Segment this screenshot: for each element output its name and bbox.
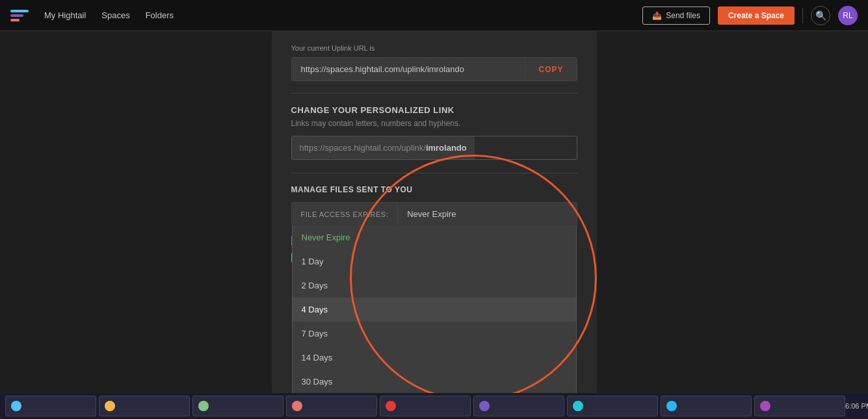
dropdown-item-14days[interactable]: 14 Days xyxy=(293,346,576,370)
current-url-label: Your current Uplink URL is xyxy=(291,44,577,52)
nav-spaces[interactable]: Spaces xyxy=(101,10,129,20)
dropdown-item-30days[interactable]: 30 Days xyxy=(293,370,576,394)
taskbar: 6:06 PM xyxy=(0,393,868,419)
taskbar-item-1[interactable] xyxy=(5,396,96,416)
link-prefix-text: https://spaces.hightail.com/uplink/imrol… xyxy=(292,136,475,159)
change-link-subtitle: Links may contain letters, numbers and h… xyxy=(291,119,577,128)
nav-my-hightail[interactable]: My Hightail xyxy=(44,10,86,20)
send-files-button[interactable]: 📤 Send files xyxy=(642,6,710,25)
nav-right-group: 📤 Send files Create a Space 🔍 RL xyxy=(642,6,858,25)
uplink-url-row: COPY xyxy=(291,57,577,81)
taskbar-item-8[interactable] xyxy=(661,396,752,416)
logo-icon xyxy=(10,10,29,21)
copy-button[interactable]: COPY xyxy=(525,58,576,81)
taskbar-item-6[interactable] xyxy=(473,396,564,416)
file-access-value[interactable]: Never Expire xyxy=(398,203,576,225)
dropdown-item-never-expire[interactable]: Never Expire xyxy=(293,225,576,249)
taskbar-dot-2 xyxy=(105,401,115,411)
nav-folders[interactable]: Folders xyxy=(146,10,174,20)
taskbar-item-4[interactable] xyxy=(286,396,377,416)
taskbar-dot-3 xyxy=(198,401,209,411)
taskbar-item-9[interactable] xyxy=(754,396,845,416)
dropdown-item-2days[interactable]: 2 Days xyxy=(293,273,576,298)
section-divider-2 xyxy=(291,173,577,173)
change-link-title: CHANGE YOUR PERSONALIZED LINK xyxy=(291,105,577,115)
avatar[interactable]: RL xyxy=(838,6,858,25)
create-space-button[interactable]: Create a Space xyxy=(718,6,795,25)
taskbar-app-items xyxy=(5,396,845,416)
dropdown-item-7days[interactable]: 7 Days xyxy=(293,322,576,346)
taskbar-dot-6 xyxy=(479,401,490,411)
personalized-link-row: https://spaces.hightail.com/uplink/imrol… xyxy=(291,136,577,160)
section-divider-1 xyxy=(291,93,577,94)
taskbar-dot-4 xyxy=(292,401,302,411)
nav-divider xyxy=(802,8,803,23)
dropdown-item-1day[interactable]: 1 Day xyxy=(293,249,576,273)
send-files-label: Send files xyxy=(666,11,700,20)
file-access-label: FILE ACCESS EXPIRES: xyxy=(292,204,399,225)
taskbar-dot-1 xyxy=(11,401,21,411)
uplink-url-input[interactable] xyxy=(292,58,525,81)
link-slug-value: imrolando xyxy=(426,143,467,153)
link-prefix-value: https://spaces.hightail.com/uplink/ xyxy=(300,143,426,153)
taskbar-item-7[interactable] xyxy=(567,396,658,416)
taskbar-dot-7 xyxy=(573,401,583,411)
file-access-expires-row: FILE ACCESS EXPIRES: Never Expire Never … xyxy=(291,202,577,226)
taskbar-dot-8 xyxy=(666,401,677,411)
main-content: Your current Uplink URL is COPY CHANGE Y… xyxy=(272,31,597,419)
taskbar-item-2[interactable] xyxy=(99,396,190,416)
taskbar-item-5[interactable] xyxy=(380,396,471,416)
search-icon[interactable]: 🔍 xyxy=(811,6,830,25)
manage-files-title: MANAGE FILES SENT TO YOU xyxy=(291,185,577,194)
expiry-dropdown: Never Expire 1 Day 2 Days 4 Days 7 Days … xyxy=(292,225,577,419)
taskbar-dot-9 xyxy=(760,401,770,411)
logo[interactable] xyxy=(10,10,29,21)
upload-icon: 📤 xyxy=(652,11,662,20)
system-clock: 6:06 PM xyxy=(845,402,868,410)
dropdown-item-4days[interactable]: 4 Days xyxy=(293,298,576,322)
taskbar-item-3[interactable] xyxy=(192,396,283,416)
taskbar-dot-5 xyxy=(386,401,396,411)
top-navigation: My Hightail Spaces Folders 📤 Send files … xyxy=(0,0,868,31)
